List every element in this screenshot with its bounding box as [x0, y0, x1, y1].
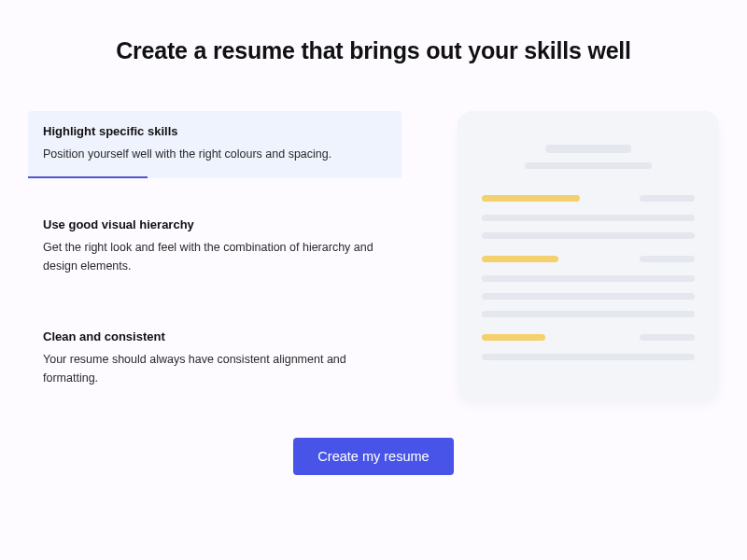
tab-clean-consistent[interactable]: Clean and consistent Your resume should …	[28, 316, 402, 402]
tab-visual-hierarchy[interactable]: Use good visual hierarchy Get the right …	[28, 204, 402, 290]
tab-desc: Your resume should always have consisten…	[43, 351, 387, 387]
tab-title: Clean and consistent	[43, 329, 387, 343]
create-resume-button[interactable]: Create my resume	[293, 438, 453, 475]
tab-title: Use good visual hierarchy	[43, 217, 387, 231]
resume-preview	[458, 111, 719, 399]
tab-desc: Get the right look and feel with the com…	[43, 239, 387, 275]
tab-highlight-skills[interactable]: Highlight specific skills Position yours…	[28, 111, 402, 178]
tab-desc: Position yourself well with the right co…	[43, 146, 387, 163]
feature-tabs: Highlight specific skills Position yours…	[28, 111, 402, 402]
page-title: Create a resume that brings out your ski…	[28, 37, 719, 64]
tab-title: Highlight specific skills	[43, 124, 387, 138]
